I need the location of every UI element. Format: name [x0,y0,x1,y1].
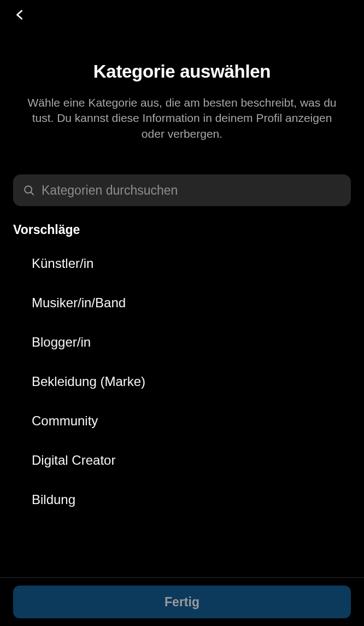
category-option[interactable]: Künstler/in [0,244,364,283]
category-option[interactable]: Community [0,401,364,441]
suggestions-header: Vorschläge [0,206,364,244]
category-option[interactable]: Bekleidung (Marke) [0,362,364,401]
done-button[interactable]: Fertig [13,586,351,618]
page-subtitle: Wähle eine Kategorie aus, die am besten … [15,95,349,142]
svg-line-1 [31,192,33,195]
search-icon [23,184,35,196]
search-input[interactable] [42,183,341,198]
page-title: Kategorie auswählen [15,61,349,82]
category-option[interactable]: Bildung [0,480,364,519]
chevron-left-icon [14,7,26,24]
suggestions-list: Künstler/in Musiker/in/Band Blogger/in B… [0,244,364,519]
category-option[interactable]: Musiker/in/Band [0,283,364,323]
back-button[interactable] [10,5,30,25]
category-option[interactable]: Blogger/in [0,323,364,362]
header-bar [0,0,364,31]
search-field-wrapper[interactable] [13,174,351,206]
footer-bar: Fertig [0,577,364,626]
category-option[interactable]: Digital Creator [0,441,364,480]
